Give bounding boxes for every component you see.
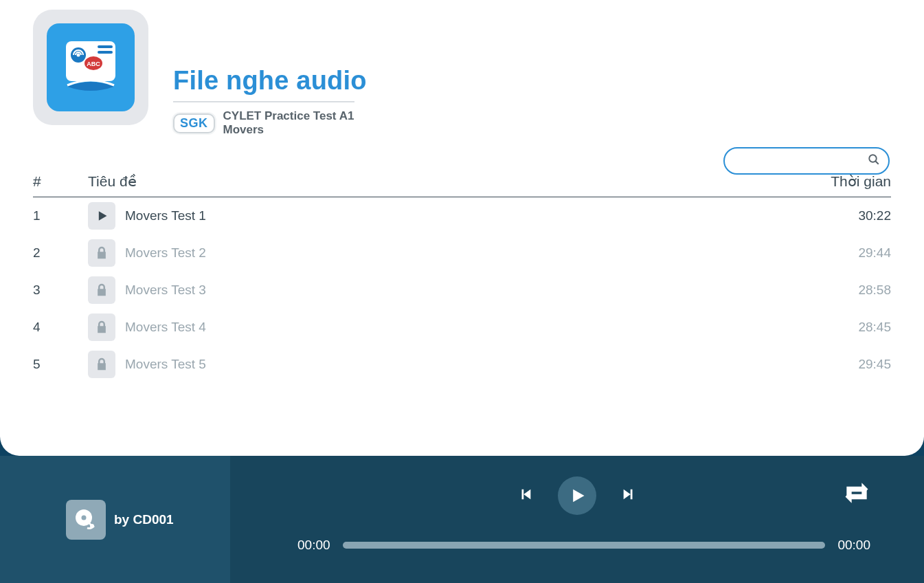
row-title: Movers Test 4 (125, 320, 206, 335)
row-title: Movers Test 5 (125, 357, 206, 372)
player-by-text: by CD001 (114, 512, 174, 527)
title-block: File nghe audio SGK CYLET Practice Test … (173, 66, 374, 138)
search-wrap (723, 147, 890, 175)
controls-row (230, 476, 924, 515)
table-row[interactable]: 2Movers Test 229:44 (33, 234, 891, 272)
audio-book-icon: ABC (47, 23, 135, 111)
elapsed-time: 00:00 (297, 538, 330, 553)
svg-point-2 (77, 54, 80, 57)
row-title-cell: Movers Test 5 (88, 351, 809, 378)
svg-rect-6 (98, 51, 113, 54)
prev-button[interactable] (518, 487, 533, 505)
subtitle-text: CYLET Practice Test A1 Movers (223, 109, 374, 138)
row-title: Movers Test 1 (125, 208, 206, 223)
table-body: 1Movers Test 130:222Movers Test 229:443M… (33, 197, 891, 383)
row-index: 4 (33, 320, 88, 335)
player-left: by CD001 (0, 456, 230, 583)
header-row: ABC File nghe audio SGK CYLET Practice T… (0, 7, 924, 138)
app-icon: ABC (33, 10, 148, 125)
row-title-cell: Movers Test 4 (88, 314, 809, 341)
row-title-cell: Movers Test 2 (88, 239, 809, 267)
col-time: Thời gian (809, 173, 891, 190)
loop-button[interactable] (842, 479, 872, 509)
row-time: 29:44 (809, 245, 891, 261)
progress-track[interactable] (343, 542, 826, 549)
subtitle-row: SGK CYLET Practice Test A1 Movers (173, 109, 374, 138)
table-header: # Tiêu đề Thời gian (33, 173, 891, 197)
col-index: # (33, 173, 88, 190)
row-index: 2 (33, 245, 88, 261)
svg-point-10 (82, 515, 87, 520)
cd-icon (66, 500, 106, 540)
lock-icon (88, 314, 115, 341)
table-row[interactable]: 5Movers Test 529:45 (33, 346, 891, 383)
row-index: 3 (33, 283, 88, 298)
svg-rect-5 (98, 45, 113, 48)
lock-icon (88, 239, 115, 267)
row-time: 30:22 (809, 208, 891, 223)
row-time: 29:45 (809, 357, 891, 372)
svg-point-7 (869, 155, 877, 162)
next-button[interactable] (621, 487, 636, 505)
row-time: 28:45 (809, 320, 891, 335)
row-title: Movers Test 3 (125, 283, 206, 298)
col-title: Tiêu đề (88, 173, 809, 190)
svg-text:ABC: ABC (87, 60, 100, 67)
row-time: 28:58 (809, 283, 891, 298)
table-row[interactable]: 3Movers Test 328:58 (33, 272, 891, 309)
row-title: Movers Test 2 (125, 245, 206, 261)
title-underline (173, 101, 354, 102)
row-title-cell: Movers Test 1 (88, 202, 809, 230)
player-right: 00:00 00:00 (230, 456, 924, 583)
svg-point-11 (90, 524, 94, 528)
search-icon (868, 153, 880, 168)
lock-icon (88, 276, 115, 304)
lock-icon (88, 351, 115, 378)
track-table: # Tiêu đề Thời gian 1Movers Test 130:222… (33, 173, 891, 383)
sgk-badge: SGK (173, 113, 215, 133)
row-title-cell: Movers Test 3 (88, 276, 809, 304)
svg-line-8 (875, 161, 879, 164)
page-title: File nghe audio (173, 66, 374, 96)
progress-row: 00:00 00:00 (297, 538, 870, 553)
play-icon[interactable] (88, 202, 115, 230)
search-input[interactable] (723, 147, 890, 175)
table-row[interactable]: 1Movers Test 130:22 (33, 197, 891, 234)
main-card: ABC File nghe audio SGK CYLET Practice T… (0, 0, 924, 456)
table-row[interactable]: 4Movers Test 428:45 (33, 309, 891, 346)
player-bar: by CD001 00:00 00:00 (0, 456, 924, 583)
row-index: 1 (33, 208, 88, 223)
total-time: 00:00 (837, 538, 870, 553)
row-index: 5 (33, 357, 88, 372)
play-button[interactable] (558, 476, 596, 515)
